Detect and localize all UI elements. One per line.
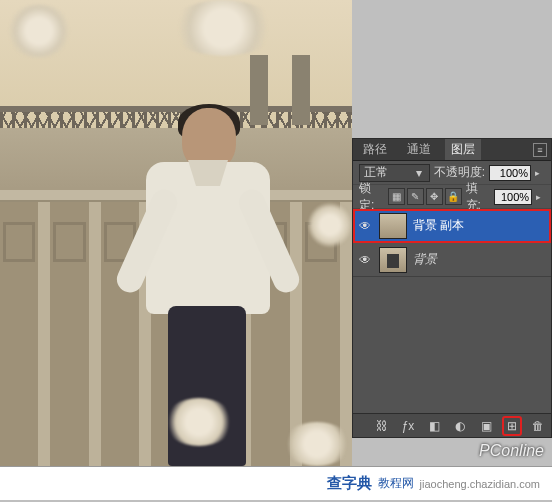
fill-input[interactable]: 100%: [494, 189, 532, 205]
tab-paths[interactable]: 路径: [357, 139, 393, 160]
fill-label: 填充:: [466, 180, 491, 214]
lock-all-icon[interactable]: 🔒: [445, 188, 462, 205]
site-name-cn: 查字典: [327, 474, 372, 493]
layer-thumbnail[interactable]: [379, 213, 407, 239]
opacity-flyout-icon[interactable]: ▸: [535, 168, 545, 178]
lock-fill-row: 锁定: ▦ ✎ ✥ 🔒 填充: 100% ▸: [353, 185, 551, 209]
new-layer-icon[interactable]: ⊞: [503, 417, 521, 435]
opacity-input[interactable]: 100%: [489, 165, 531, 181]
delete-layer-icon[interactable]: 🗑: [529, 417, 547, 435]
layers-list: 👁 背景 副本 👁 背景: [353, 209, 551, 397]
layer-thumbnail[interactable]: [379, 247, 407, 273]
adjustment-layer-icon[interactable]: ◐: [451, 417, 469, 435]
layer-mask-icon[interactable]: ◧: [425, 417, 443, 435]
fill-flyout-icon[interactable]: ▸: [536, 192, 545, 202]
lock-transparency-icon[interactable]: ▦: [388, 188, 405, 205]
link-layers-icon[interactable]: ⛓: [373, 417, 391, 435]
lock-pixels-icon[interactable]: ✎: [407, 188, 424, 205]
image-canvas[interactable]: [0, 0, 352, 466]
layer-name[interactable]: 背景 副本: [413, 217, 547, 234]
tab-layers[interactable]: 图层: [445, 139, 481, 160]
site-domain: jiaocheng.chazidian.com: [420, 478, 540, 490]
panel-menu-icon[interactable]: ≡: [533, 143, 547, 157]
site-name-suffix: 教程网: [378, 475, 414, 492]
layer-name[interactable]: 背景: [413, 251, 547, 268]
layer-group-icon[interactable]: ▣: [477, 417, 495, 435]
opacity-label: 不透明度:: [434, 164, 485, 181]
panel-tabs: 路径 通道 图层 ≡: [353, 139, 551, 161]
blend-mode-value: 正常: [364, 164, 388, 181]
panel-footer: ⛓ ƒx ◧ ◐ ▣ ⊞ 🗑: [353, 413, 551, 437]
layers-panel: 路径 通道 图层 ≡ 正常 ▾ 不透明度: 100% ▸ 锁定: ▦ ✎ ✥ 🔒…: [352, 138, 552, 438]
lock-label: 锁定:: [359, 180, 384, 214]
lock-position-icon[interactable]: ✥: [426, 188, 443, 205]
visibility-eye-icon[interactable]: 👁: [357, 252, 373, 268]
visibility-eye-icon[interactable]: 👁: [357, 218, 373, 234]
layer-style-icon[interactable]: ƒx: [399, 417, 417, 435]
footer-watermark-bar: 查字典 教程网 jiaocheng.chazidian.com: [0, 466, 552, 500]
pconline-watermark: PConline: [479, 442, 544, 460]
chevron-down-icon: ▾: [413, 166, 425, 180]
layer-row-background-copy[interactable]: 👁 背景 副本: [353, 209, 551, 243]
layer-row-background[interactable]: 👁 背景: [353, 243, 551, 277]
tab-channels[interactable]: 通道: [401, 139, 437, 160]
